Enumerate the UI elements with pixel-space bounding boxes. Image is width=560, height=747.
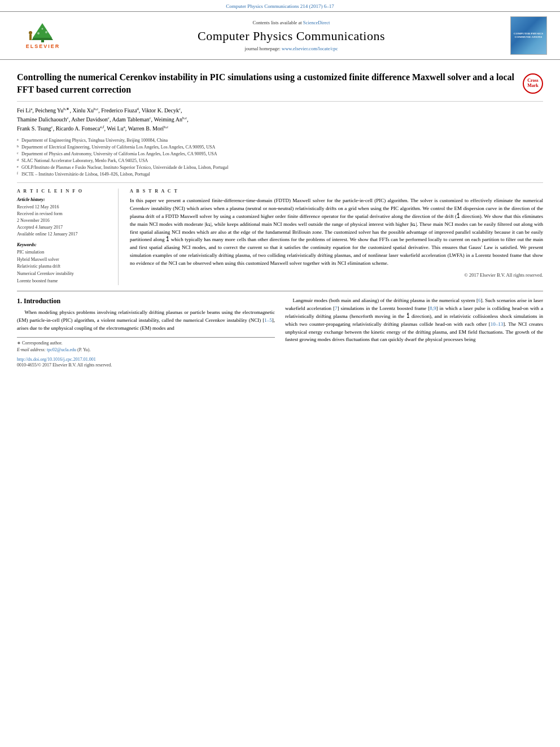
keyword-pic: PIC simulation — [17, 249, 111, 256]
header-left: ELSEVIER — [9, 16, 77, 55]
main-content: Controlling the numerical Cerenkov insta… — [0, 60, 560, 374]
keyword-plasma: Relativistic plasma drift — [17, 263, 111, 270]
abstract-heading: A B S T R A C T — [130, 189, 543, 194]
ref-link-8-9[interactable]: 8,9 — [430, 305, 436, 311]
footnote-email: E-mail address: tpc02@ucla.edu (P. Yu). — [17, 347, 275, 353]
keyword-nci: Numerical Cerenkov instability — [17, 270, 111, 278]
body-para-2: Langmuir modes (both main and aliasing) … — [285, 297, 543, 344]
rights-line: 0010-4655/© 2017 Elsevier B.V. All right… — [17, 362, 275, 369]
crossmark-area: CrossMark — [515, 71, 543, 97]
article-history-label: Article history: — [17, 197, 111, 202]
svg-rect-6 — [29, 34, 32, 40]
article-info-col: A R T I C L E I N F O Article history: R… — [17, 189, 119, 285]
affiliations-section: a Department of Engineering Physics, Tsi… — [17, 137, 543, 183]
author-viktor-decyk: Viktor K. Decyk — [142, 107, 179, 113]
citation-text: Computer Physics Communications 214 (201… — [226, 3, 334, 9]
author-fei-li: Fei Li — [17, 107, 30, 113]
history-received: Received 12 May 2016 — [17, 204, 111, 211]
ref-link-6[interactable]: 6 — [478, 298, 481, 303]
elsevier-logo: ELSEVIER — [26, 22, 60, 49]
svg-point-7 — [29, 31, 32, 34]
header-center: Contents lists available at ScienceDirec… — [77, 16, 506, 55]
body-col-1: 1. Introduction When modeling physics pr… — [17, 297, 275, 369]
author-wei-lu-sup: a — [124, 125, 125, 129]
page-wrapper: Computer Physics Communications 214 (201… — [0, 0, 560, 747]
crossmark-inner: CrossMark — [527, 78, 539, 89]
author-warren: Warren B. Mori — [128, 126, 164, 132]
author-thamine-sup: c — [67, 116, 69, 120]
article-info-abstract: A R T I C L E I N F O Article history: R… — [17, 189, 543, 285]
svg-marker-2 — [33, 23, 52, 38]
homepage-link[interactable]: www.elsevier.com/locate/cpc — [282, 46, 338, 51]
author-viktor-decyk-sup: c — [179, 107, 181, 111]
author-warren-sup: b,c — [164, 125, 168, 129]
footnote-corresponding: ∗ Corresponding author. — [17, 340, 275, 347]
email-link[interactable]: tpc02@ucla.edu — [47, 347, 76, 352]
author-adam-sup: c — [149, 116, 151, 120]
author-peicheng-yu-sup: b,∗ — [63, 107, 69, 111]
keyword-hybrid: Hybrid Maxwell solver — [17, 256, 111, 264]
sciencedirect-link[interactable]: ScienceDirect — [303, 20, 330, 25]
author-frank-sup: c — [51, 125, 53, 129]
article-title-section: Controlling the numerical Cerenkov insta… — [17, 65, 543, 102]
svg-point-4 — [45, 31, 47, 33]
author-thamine: Thamine Dalichaouch — [17, 116, 67, 123]
title-text-area: Controlling the numerical Cerenkov insta… — [17, 71, 515, 97]
ref-link-10-13[interactable]: 10–13 — [491, 321, 504, 327]
article-info-heading: A R T I C L E I N F O — [17, 189, 111, 194]
ref-link-7[interactable]: 7 — [335, 305, 338, 311]
abstract-col: A B S T R A C T In this paper we present… — [130, 189, 543, 285]
abstract-text: In this paper we present a customized fi… — [130, 197, 543, 268]
author-peicheng-yu: Peicheng Yu — [35, 107, 63, 113]
history-online: Available online 12 January 2017 — [17, 231, 111, 238]
journal-thumbnail-text: COMPUTER PHYSICS COMMUNICATIONS — [511, 30, 546, 41]
author-xinlu-xu: Xinlu Xu — [72, 107, 94, 113]
journal-title-header: Computer Physics Communications — [198, 29, 385, 43]
ref-link-1-5[interactable]: 1–5 — [264, 317, 272, 323]
affiliation-b: b Department of Electrical Engineering, … — [17, 144, 543, 151]
elsevier-tree-icon — [27, 22, 58, 43]
author-frederico-fiuza-sup: d — [137, 107, 139, 111]
intro-heading: 1. Introduction — [17, 297, 275, 305]
journal-header: ELSEVIER Contents lists available at Sci… — [0, 11, 560, 60]
body-para-1: When modeling physics problems involving… — [17, 309, 275, 333]
journal-thumbnail: COMPUTER PHYSICS COMMUNICATIONS — [510, 16, 547, 55]
author-xinlu-xu-sup: b,c — [94, 107, 98, 111]
author-ricardo-sup: e,f — [100, 125, 104, 129]
copyright-line: © 2017 Elsevier B.V. All rights reserved… — [130, 272, 543, 278]
svg-point-5 — [42, 28, 43, 30]
footnote-section: ∗ Corresponding author. E-mail address: … — [17, 337, 275, 369]
author-frank: Frank S. Tsung — [17, 126, 51, 132]
doi-line: http://dx.doi.org/10.1016/j.cpc.2017.01.… — [17, 356, 275, 362]
article-main-title: Controlling the numerical Cerenkov insta… — [17, 71, 515, 97]
journal-homepage-line: journal homepage: www.elsevier.com/locat… — [244, 46, 338, 51]
affiliation-a: a Department of Engineering Physics, Tsi… — [17, 137, 543, 144]
body-section: 1. Introduction When modeling physics pr… — [17, 291, 543, 369]
header-right: COMPUTER PHYSICS COMMUNICATIONS — [506, 16, 551, 55]
crossmark-badge[interactable]: CrossMark — [523, 73, 543, 94]
history-revised: Received in revised form2 November 2016 — [17, 211, 111, 224]
svg-point-3 — [37, 32, 40, 34]
keywords-label: Keywords: — [17, 242, 111, 247]
history-accepted: Accepted 4 January 2017 — [17, 224, 111, 231]
body-col-2: Langmuir modes (both main and aliasing) … — [285, 297, 543, 369]
affiliation-f: f ISCTE – Instituto Universitário de Lis… — [17, 171, 543, 178]
doi-link[interactable]: http://dx.doi.org/10.1016/j.cpc.2017.01.… — [17, 357, 96, 362]
contents-line: Contents lists available at ScienceDirec… — [253, 20, 330, 25]
author-weiming-sup: b,c — [182, 116, 187, 120]
author-weiming: Weiming An — [154, 116, 182, 123]
author-adam: Adam Tableman — [112, 116, 149, 123]
affiliation-e: e GOLP/Instituto de Plasmas e Fusão Nucl… — [17, 164, 543, 171]
author-fei-li-sup: a — [30, 107, 32, 111]
body-col2-text: Langmuir modes (both main and aliasing) … — [285, 297, 543, 344]
author-asher-sup: c — [108, 116, 110, 120]
two-col-body: 1. Introduction When modeling physics pr… — [17, 297, 543, 369]
author-asher: Asher Davidson — [71, 116, 108, 123]
elsevier-label: ELSEVIER — [26, 43, 60, 49]
citation-bar: Computer Physics Communications 214 (201… — [0, 0, 560, 11]
keyword-lorentz: Lorentz boosted frame — [17, 278, 111, 285]
author-ricardo: Ricardo A. Fonseca — [56, 126, 100, 132]
authors-section: Fei Lia, Peicheng Yub,∗, Xinlu Xub,c, Fr… — [17, 106, 543, 134]
author-wei-lu: Wei Lu — [107, 126, 123, 132]
affiliation-c: c Department of Physics and Astronomy, U… — [17, 151, 543, 158]
